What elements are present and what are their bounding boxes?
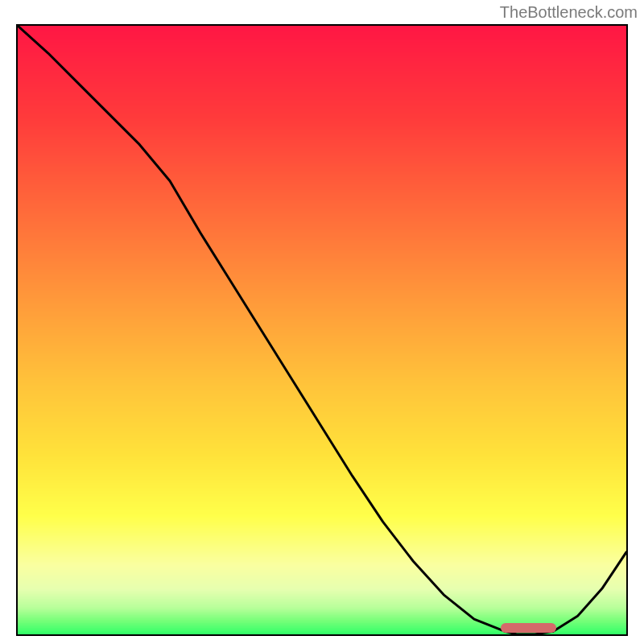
- bottleneck-curve: [18, 26, 626, 634]
- chart-plot-area: [16, 24, 628, 636]
- attribution-text: TheBottleneck.com: [500, 3, 638, 22]
- optimal-range-marker: [501, 623, 555, 633]
